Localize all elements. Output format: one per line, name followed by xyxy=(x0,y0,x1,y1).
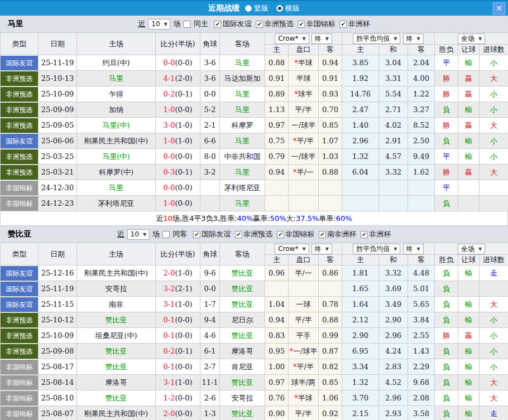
handicap-value: 一/球半 xyxy=(293,347,317,355)
competition-checkbox[interactable]: ✔ xyxy=(319,231,326,238)
goals-result-value: 小 xyxy=(490,137,497,145)
mean-away-cell: 1.22 xyxy=(408,86,435,102)
mean-away-cell: 1.43 xyxy=(408,344,435,359)
col-header-corner: 角球 xyxy=(200,33,220,55)
away-team: 安哥拉 xyxy=(232,394,253,402)
handicap-cell xyxy=(289,196,319,211)
scope-select[interactable]: 全场 ▼ xyxy=(458,33,485,44)
mean-away-cell: 4.48 xyxy=(408,265,435,281)
mean-draw-cell: 2.96 xyxy=(379,328,408,344)
goals-result-cell: 大 xyxy=(480,71,508,86)
competition-label: 非国锦标 xyxy=(306,19,336,29)
mean-draw-cell: 2.93 xyxy=(379,406,408,420)
competition-checkbox[interactable]: ✔ xyxy=(214,21,222,28)
same-venue-checkbox[interactable] xyxy=(162,231,170,238)
match-count-select[interactable]: 10 ▼ xyxy=(127,229,150,240)
mean-home-cell: 1.81 xyxy=(342,265,379,281)
mean-final-select[interactable]: 终 ▼ xyxy=(403,33,424,44)
corner-cell: 2-1 xyxy=(200,118,220,133)
chevron-down-icon: ▼ xyxy=(417,35,420,43)
mean-home-cell xyxy=(342,196,379,211)
mean-final-select[interactable]: 终 ▼ xyxy=(403,244,424,254)
competition-checkbox[interactable]: ✔ xyxy=(235,231,242,238)
goals-result-cell: 走 xyxy=(480,406,508,420)
mean-away-cell: 2.04 xyxy=(408,55,435,71)
date-cell: 25-08-17 xyxy=(39,359,77,375)
score-cell: 0-3(0-1) xyxy=(156,165,200,180)
result-value: 平 xyxy=(443,184,450,192)
competition-checkbox[interactable]: ✔ xyxy=(277,231,284,238)
result-value: 負 xyxy=(443,347,450,355)
competition-filters: ✔国际友谊✔非洲预选✔非国锦标✔非洲杯 xyxy=(211,19,370,29)
mean-select[interactable]: 胜平负均值 ▼ xyxy=(353,33,400,44)
date-cell: 25-11-19 xyxy=(39,281,77,297)
half-time-score: (0-0) xyxy=(175,152,192,161)
col-header-type: 类型 xyxy=(1,243,39,265)
sub-header-mean-home: 主 xyxy=(342,45,379,55)
mean-home-cell: 14.76 xyxy=(342,86,379,102)
full-time-score: 0-1 xyxy=(163,316,175,324)
radio-vertical-icon[interactable] xyxy=(245,5,252,12)
mean-home-cell: 2.96 xyxy=(342,133,379,149)
goals-result-cell: 小 xyxy=(480,328,508,344)
result-value: 勝 xyxy=(443,74,450,83)
bookmaker-select[interactable]: Crow* ▼ xyxy=(275,33,309,44)
away-team: 科摩罗 xyxy=(232,121,253,129)
handicap-result-value: 輸 xyxy=(465,300,472,308)
odds-final-select[interactable]: 终 ▼ xyxy=(311,33,332,44)
mean-draw-cell: 3.32 xyxy=(379,265,408,281)
corner-cell: 0-0 xyxy=(200,281,220,297)
chevron-down-icon: ▼ xyxy=(478,35,482,43)
chevron-down-icon: ▼ xyxy=(164,20,167,28)
competition-checkbox[interactable]: ✔ xyxy=(298,21,305,28)
type-badge: 国际友谊 xyxy=(1,56,38,70)
near-label[interactable]: 近 xyxy=(117,229,124,239)
bookmaker-select[interactable]: Crow* ▼ xyxy=(275,244,309,254)
sub-header-mean-away: 客 xyxy=(408,45,435,55)
scope-select[interactable]: 全场 ▼ xyxy=(458,244,485,254)
away-team: 马里 xyxy=(235,199,250,207)
mean-away-cell: 2.50 xyxy=(408,133,435,149)
competition-checkbox[interactable]: ✔ xyxy=(361,231,368,238)
half-time-score: (0-0) xyxy=(175,409,192,418)
radio-horizontal-icon[interactable] xyxy=(276,5,283,12)
same-venue-checkbox[interactable] xyxy=(184,21,191,28)
match-count-select[interactable]: 10 ▼ xyxy=(148,19,170,30)
handicap-cell: *半球 xyxy=(289,55,319,71)
mean-home-cell: 3.34 xyxy=(342,359,379,375)
result-cell: 負 xyxy=(435,281,458,297)
sub-header-goals: 进球数 xyxy=(480,255,508,265)
table-row: 非国锦标24-12-30马里0-0(0-0)茅利塔尼亚平 xyxy=(1,180,508,196)
col-header-corner: 角球 xyxy=(200,243,220,265)
result-cell: 負 xyxy=(435,297,458,312)
odds-home-cell: 0.97 xyxy=(265,118,289,133)
odds-away-cell: 1.07 xyxy=(319,133,342,149)
near-label[interactable]: 近 xyxy=(138,19,145,29)
radio-option-vertical[interactable]: 竖版 xyxy=(245,3,269,13)
score-cell: 0-0(0-0) xyxy=(156,149,200,165)
summary-segment: 大: xyxy=(286,214,296,224)
competition-label: 南非洲杯 xyxy=(327,229,356,239)
corner-cell: 3-2 xyxy=(200,165,220,180)
competition-checkbox[interactable]: ✔ xyxy=(340,21,347,28)
away-team-cell: 马里 xyxy=(220,165,265,180)
home-team-cell: 马里 xyxy=(77,180,156,196)
radio-option-horizontal[interactable]: 横版 xyxy=(276,3,300,13)
competition-checkbox[interactable]: ✔ xyxy=(256,21,263,28)
mean-select[interactable]: 胜平负均值 ▼ xyxy=(353,244,400,254)
full-time-score: 0-2 xyxy=(163,90,175,98)
close-icon[interactable]: ✕ xyxy=(493,2,505,15)
mean-draw-cell: 3.04 xyxy=(379,55,408,71)
col-header-score: 比分(半场) xyxy=(156,243,200,265)
goals-result-value: 大 xyxy=(490,74,497,83)
odds-final-select[interactable]: 终 ▼ xyxy=(311,244,332,254)
competition-checkbox[interactable]: ✔ xyxy=(193,231,200,238)
away-team-cell: 马里 xyxy=(220,55,265,71)
odds-away-cell: 0.86 xyxy=(319,265,342,281)
home-team-cell: 刚果民主共和国(中) xyxy=(77,406,156,420)
odds-home-cell: 0.90 xyxy=(265,406,289,420)
mean-home-cell: 1.64 xyxy=(342,297,379,312)
table-row: 非国锦标25-08-07刚果民主共和国(中)2-0(0-0)1-3赞比亚0.90… xyxy=(1,406,508,420)
full-time-score: 0-1 xyxy=(163,331,175,340)
type-cell: 国际友谊 xyxy=(1,297,39,312)
